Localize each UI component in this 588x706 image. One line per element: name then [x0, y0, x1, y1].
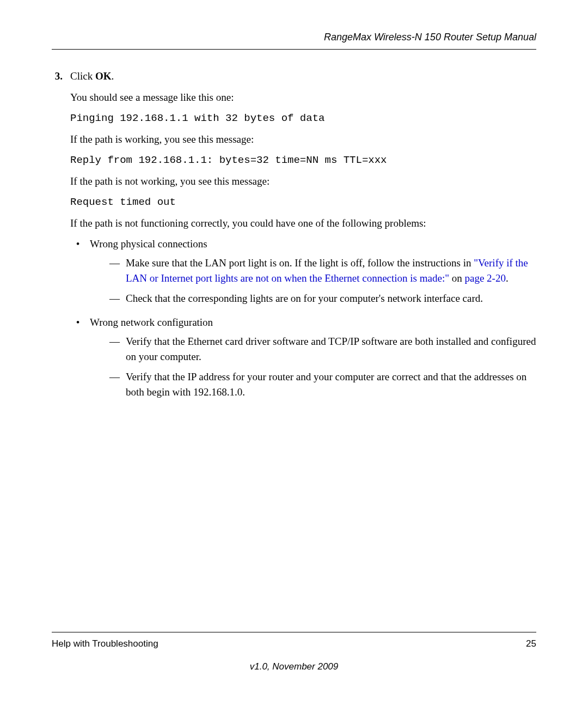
- step-number: 3.: [52, 69, 70, 84]
- dash-body: Verify that the Ethernet card driver sof…: [126, 334, 536, 365]
- list-item: — Check that the corresponding lights ar…: [109, 291, 536, 307]
- list-item: — Verify that the IP address for your ro…: [109, 369, 536, 400]
- see-message-text: You should see a message like this one:: [70, 90, 536, 106]
- step-3: 3. Click OK.: [52, 69, 536, 84]
- reply-output: Reply from 192.168.1.1: bytes=32 time=NN…: [70, 153, 536, 168]
- page-header: RangeMax Wireless-N 150 Router Setup Man…: [52, 30, 536, 50]
- dash-suffix: .: [506, 272, 509, 284]
- page-number: 25: [526, 637, 536, 651]
- dash-list: — Make sure that the LAN port light is o…: [90, 255, 536, 307]
- dash-list: — Verify that the Ethernet card driver s…: [90, 334, 536, 400]
- timeout-output: Request timed out: [70, 194, 536, 210]
- footer-section: Help with Troubleshooting: [52, 637, 158, 651]
- dash-body: Check that the corresponding lights are …: [126, 291, 536, 307]
- dash-icon: —: [109, 291, 126, 307]
- step-text-bold: OK: [95, 70, 112, 82]
- dash-icon: —: [109, 369, 126, 400]
- step-text-prefix: Click: [70, 70, 95, 82]
- step-body: Click OK.: [70, 69, 536, 84]
- bullet-label: Wrong network configuration: [90, 317, 213, 328]
- list-item: — Make sure that the LAN port light is o…: [109, 255, 536, 287]
- working-text: If the path is working, you see this mes…: [70, 132, 536, 148]
- list-item: • Wrong physical connections — Make sure…: [70, 236, 536, 311]
- not-functioning-text: If the path is not functioning correctly…: [70, 216, 536, 232]
- list-item: • Wrong network configuration — Verify t…: [70, 315, 536, 405]
- bullet-body: Wrong physical connections — Make sure t…: [90, 236, 536, 311]
- problems-list: • Wrong physical connections — Make sure…: [70, 236, 536, 405]
- list-item: — Verify that the Ethernet card driver s…: [109, 334, 536, 365]
- page-footer: Help with Troubleshooting 25 v1.0, Novem…: [52, 632, 536, 673]
- footer-rule: [52, 632, 536, 632]
- bullet-label: Wrong physical connections: [90, 238, 207, 249]
- dash-middle: on: [449, 272, 465, 284]
- dash-body: Verify that the IP address for your rout…: [126, 369, 536, 400]
- indented-content: You should see a message like this one: …: [70, 90, 536, 405]
- page-link[interactable]: page 2-20: [464, 272, 505, 284]
- footer-version: v1.0, November 2009: [52, 660, 536, 674]
- dash-icon: —: [109, 334, 126, 365]
- manual-title: RangeMax Wireless-N 150 Router Setup Man…: [324, 32, 536, 42]
- ping-output: Pinging 192.168.1.1 with 32 bytes of dat…: [70, 111, 536, 126]
- dash-icon: —: [109, 255, 126, 287]
- step-text-suffix: .: [111, 70, 114, 82]
- bullet-body: Wrong network configuration — Verify tha…: [90, 315, 536, 405]
- footer-row: Help with Troubleshooting 25: [52, 637, 536, 651]
- page-content: 3. Click OK. You should see a message li…: [52, 69, 536, 405]
- bullet-icon: •: [70, 315, 90, 405]
- dash-prefix: Make sure that the LAN port light is on.…: [126, 257, 474, 269]
- dash-body: Make sure that the LAN port light is on.…: [126, 255, 536, 287]
- bullet-icon: •: [70, 236, 90, 311]
- not-working-text: If the path is not working, you see this…: [70, 174, 536, 190]
